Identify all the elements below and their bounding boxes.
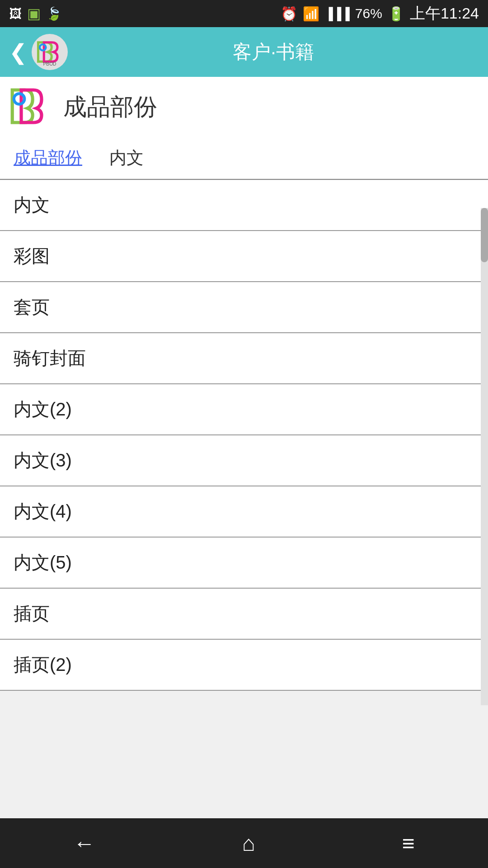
bottom-nav: ← ⌂ ≡ bbox=[0, 818, 488, 868]
svg-point-0 bbox=[40, 44, 46, 51]
signal-icon: ▐▐▐ bbox=[325, 7, 350, 21]
tab-neiwen[interactable]: 内文 bbox=[109, 146, 144, 170]
battery-icon: 🔋 bbox=[388, 6, 404, 22]
list-item[interactable]: 内文(4) bbox=[0, 486, 488, 538]
battery-percent: 76% bbox=[355, 6, 382, 21]
top-nav-bar: ❮ PBOD 客户·书籍 bbox=[0, 27, 488, 77]
pbod-logo-small: PBOD bbox=[34, 37, 65, 67]
tab-chengpin[interactable]: 成品部份 bbox=[14, 146, 82, 170]
scroll-thumb[interactable] bbox=[481, 208, 488, 262]
list-item[interactable]: 插页 bbox=[0, 589, 488, 640]
alarm-icon: ⏰ bbox=[281, 6, 297, 22]
list-item[interactable]: 内文(5) bbox=[0, 538, 488, 589]
list-item[interactable]: 内文(3) bbox=[0, 435, 488, 486]
svg-point-2 bbox=[14, 94, 24, 104]
scroll-track[interactable] bbox=[481, 208, 488, 705]
menu-nav-button[interactable]: ≡ bbox=[402, 831, 414, 856]
photo-icon: 🖼 bbox=[9, 6, 22, 21]
list-item[interactable]: 插页(2) bbox=[0, 640, 488, 691]
list-item[interactable]: 套页 bbox=[0, 282, 488, 333]
tab-row: 成品部份 内文 bbox=[0, 137, 488, 179]
back-button[interactable]: ❮ bbox=[9, 39, 27, 65]
nav-title: 客户·书籍 bbox=[68, 39, 479, 65]
list-item[interactable]: 彩图 bbox=[0, 231, 488, 282]
list-item[interactable]: 内文 bbox=[0, 180, 488, 231]
wifi-icon: 📶 bbox=[303, 6, 319, 22]
big-logo-container bbox=[9, 86, 63, 128]
list-container: 内文彩图套页骑钉封面内文(2)内文(3)内文(4)内文(5)插页插页(2) bbox=[0, 179, 488, 691]
pbod-logo-big bbox=[9, 86, 50, 127]
home-nav-button[interactable]: ⌂ bbox=[242, 831, 255, 856]
back-nav-button[interactable]: ← bbox=[73, 831, 95, 856]
section-header: 成品部份 bbox=[0, 77, 488, 137]
list-item[interactable]: 内文(2) bbox=[0, 384, 488, 435]
svg-text:PBOD: PBOD bbox=[43, 61, 56, 66]
nav-logo: PBOD bbox=[32, 34, 68, 70]
status-bar: 🖼 ▣ 🍃 ⏰ 📶 ▐▐▐ 76% 🔋 上午11:24 bbox=[0, 0, 488, 27]
status-left-icons: 🖼 ▣ 🍃 bbox=[9, 5, 62, 22]
android-icon: ▣ bbox=[27, 5, 41, 22]
leaf-icon: 🍃 bbox=[46, 6, 62, 21]
clock-time: 上午11:24 bbox=[410, 3, 479, 24]
list-item[interactable]: 骑钉封面 bbox=[0, 333, 488, 384]
status-right-info: ⏰ 📶 ▐▐▐ 76% 🔋 上午11:24 bbox=[281, 3, 479, 24]
section-title: 成品部份 bbox=[63, 91, 157, 123]
